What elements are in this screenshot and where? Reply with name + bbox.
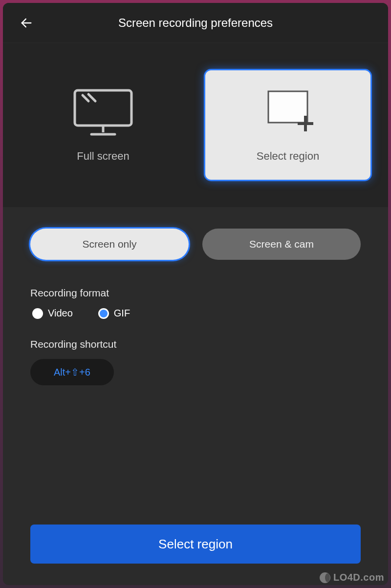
radio-video-label: Video [48, 308, 73, 319]
capture-full-screen-label: Full screen [77, 150, 130, 163]
monitor-icon [72, 87, 134, 138]
arrow-left-icon [20, 16, 33, 30]
watermark-text: LO4D.com [333, 572, 384, 583]
radio-gif-label: GIF [114, 308, 130, 319]
watermark: LO4D.com [320, 572, 384, 583]
recording-format-label: Recording format [30, 287, 361, 299]
back-button[interactable] [17, 13, 36, 33]
radio-gif[interactable]: GIF [98, 308, 130, 319]
capture-full-screen-card[interactable]: Full screen [21, 70, 186, 180]
svg-line-3 [88, 94, 95, 101]
radio-dot-icon [32, 308, 43, 319]
screen-and-cam-pill[interactable]: Screen & cam [202, 229, 361, 260]
page-title: Screen recording preferences [3, 16, 388, 30]
capture-select-region-label: Select region [257, 150, 319, 163]
screen-only-label: Screen only [83, 238, 137, 250]
region-select-icon [257, 87, 319, 138]
screen-and-cam-label: Screen & cam [249, 238, 314, 250]
capture-select-region-card[interactable]: Select region [205, 70, 370, 180]
shortcut-value: Alt+⇧+6 [54, 366, 90, 378]
recording-shortcut-label: Recording shortcut [30, 338, 361, 350]
select-region-button-label: Select region [158, 537, 233, 552]
radio-dot-checked-icon [98, 308, 109, 319]
header-bar: Screen recording preferences [3, 3, 388, 43]
shortcut-display[interactable]: Alt+⇧+6 [30, 359, 114, 385]
radio-video[interactable]: Video [32, 308, 73, 319]
globe-icon [320, 572, 330, 583]
preferences-panel: Screen recording preferences Full screen… [3, 3, 388, 585]
capture-mode-section: Full screen Select region [3, 43, 388, 207]
svg-line-2 [83, 95, 88, 101]
select-region-button[interactable]: Select region [30, 525, 361, 564]
source-mode-row: Screen only Screen & cam [30, 229, 361, 260]
svg-rect-6 [268, 91, 307, 123]
recording-format-options: Video GIF [30, 308, 361, 319]
lower-section: Screen only Screen & cam Recording forma… [3, 207, 388, 585]
screen-only-pill[interactable]: Screen only [30, 229, 189, 260]
